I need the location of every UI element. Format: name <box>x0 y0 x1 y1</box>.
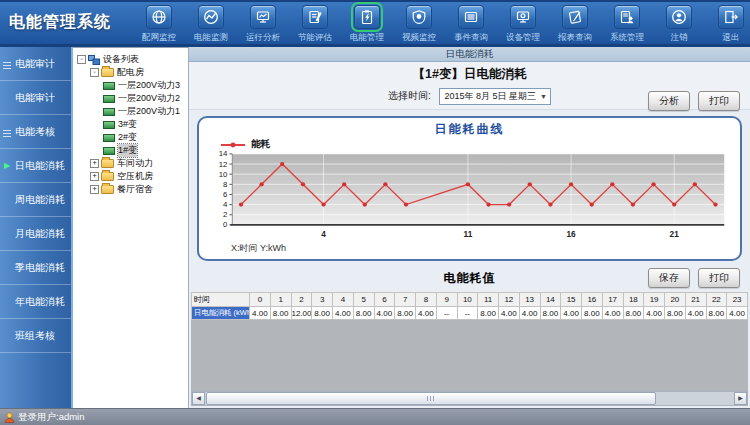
tree-row-7[interactable]: 1#变 <box>77 144 186 157</box>
scrollbar-track[interactable] <box>205 392 734 405</box>
col-header-hour: 18 <box>623 293 644 307</box>
table-print-button[interactable]: 打印 <box>698 268 740 288</box>
sidebar-item-label: 电能审计 <box>15 91 55 105</box>
sidebar-item-6[interactable]: 季电能消耗 <box>0 251 71 285</box>
toolbar-item-label: 电能监测 <box>194 32 228 44</box>
toolbar-item-run-analysis[interactable]: 运行分析 <box>237 4 289 44</box>
expand-icon[interactable]: + <box>90 185 99 194</box>
col-header-hour: 9 <box>436 293 457 307</box>
toolbar-item-system-mgmt[interactable]: 系统管理 <box>601 4 653 44</box>
sidebar-item-label: 季电能消耗 <box>15 261 65 275</box>
table-cell: -- <box>457 307 478 320</box>
tree-row-1[interactable]: -配电房 <box>77 66 186 79</box>
tree-item-label: 空压机房 <box>117 170 153 183</box>
selected-arrow-icon: ▶ <box>4 161 10 170</box>
menu-lines-icon <box>3 128 11 136</box>
energy-mgmt-icon <box>354 5 380 29</box>
col-header-hour: 22 <box>706 293 727 307</box>
table-cell: 4.00 <box>499 307 520 320</box>
sidebar-item-label: 月电能消耗 <box>15 227 65 241</box>
leaf-icon <box>103 82 115 90</box>
sidebar-item-0[interactable]: 电能审计 <box>0 47 71 81</box>
expand-icon[interactable]: + <box>90 172 99 181</box>
sidebar-item-3[interactable]: ▶日电能消耗 <box>0 149 71 183</box>
folder-icon <box>101 159 114 168</box>
scroll-left-arrow[interactable]: ◀ <box>192 392 205 405</box>
table-cell: 4.00 <box>644 307 665 320</box>
table-cell: -- <box>436 307 457 320</box>
tree-row-4[interactable]: 一层200V动力1 <box>77 105 186 118</box>
toolbar-item-report-query[interactable]: 报表查询 <box>549 4 601 44</box>
tree-row-9[interactable]: +空压机房 <box>77 170 186 183</box>
horizontal-scrollbar[interactable]: ◀ ▶ <box>191 391 748 406</box>
collapse-icon[interactable]: - <box>90 68 99 77</box>
left-sidebar: 电能审计电能审计电能考核▶日电能消耗周电能消耗月电能消耗季电能消耗年电能消耗班组… <box>0 47 73 408</box>
toolbar-item-video-monitor[interactable]: 视频监控 <box>393 4 445 44</box>
collapse-icon[interactable]: - <box>77 55 86 64</box>
tree-item-label: 2#变 <box>118 131 137 144</box>
tree-row-0[interactable]: -设备列表 <box>77 53 186 66</box>
toolbar-item-event-query[interactable]: 事件查询 <box>445 4 497 44</box>
leaf-icon <box>103 121 115 129</box>
table-cell: 8.00 <box>478 307 499 320</box>
tree-item-label: 设备列表 <box>103 53 139 66</box>
run-analysis-icon <box>250 5 276 29</box>
sidebar-item-7[interactable]: 年电能消耗 <box>0 285 71 319</box>
chart-legend: 能耗 <box>207 138 732 151</box>
toolbar-item-exit[interactable]: 退出 <box>705 4 750 44</box>
tree-row-6[interactable]: 2#变 <box>77 131 186 144</box>
table-cell: 4.00 <box>333 307 354 320</box>
tree-row-2[interactable]: 一层200V动力3 <box>77 79 186 92</box>
table-cell: 4.00 <box>519 307 540 320</box>
tree-row-3[interactable]: 一层200V动力2 <box>77 92 186 105</box>
tree-item-label: 3#变 <box>118 118 137 131</box>
toolbar-item-energy-eval[interactable]: 节能评估 <box>289 4 341 44</box>
table-cell: 4.00 <box>561 307 582 320</box>
toolbar-item-logout[interactable]: 注销 <box>653 4 705 44</box>
device-mgmt-icon <box>510 5 536 29</box>
toolbar-item-device-mgmt[interactable]: 设备管理 <box>497 4 549 44</box>
svg-text:4: 4 <box>321 230 326 239</box>
col-header-time: 时间 <box>192 293 250 307</box>
device-tree-panel: -设备列表-配电房一层200V动力3一层200V动力2一层200V动力13#变2… <box>73 47 189 408</box>
scrollbar-thumb[interactable] <box>206 392 656 405</box>
folder-icon <box>101 185 114 194</box>
table-cell: 4.00 <box>685 307 706 320</box>
save-button[interactable]: 保存 <box>648 268 690 288</box>
toolbar-item-label: 视频监控 <box>402 32 436 44</box>
sidebar-item-label: 年电能消耗 <box>15 295 65 309</box>
sidebar-item-5[interactable]: 月电能消耗 <box>0 217 71 251</box>
sidebar-item-8[interactable]: 班组考核 <box>0 319 71 353</box>
toolbar-item-grid-monitor[interactable]: 配网监控 <box>133 4 185 44</box>
tree-row-10[interactable]: +餐厅宿舍 <box>77 183 186 196</box>
col-header-hour: 5 <box>353 293 374 307</box>
col-header-hour: 19 <box>644 293 665 307</box>
svg-text:10: 10 <box>219 170 228 179</box>
tree-row-8[interactable]: +车间动力 <box>77 157 186 170</box>
leaf-icon <box>103 108 115 116</box>
col-header-hour: 8 <box>416 293 437 307</box>
tree-row-5[interactable]: 3#变 <box>77 118 186 131</box>
sidebar-item-4[interactable]: 周电能消耗 <box>0 183 71 217</box>
toolbar-item-label: 事件查询 <box>454 32 488 44</box>
col-header-hour: 20 <box>665 293 686 307</box>
status-user: 登录用户:admin <box>18 411 85 424</box>
col-header-hour: 3 <box>312 293 333 307</box>
svg-text:6: 6 <box>223 190 227 199</box>
analyze-button[interactable]: 分析 <box>648 91 690 111</box>
tree-item-label: 车间动力 <box>117 157 153 170</box>
date-dropdown[interactable]: 2015年 8月 5日 星期三 ▼ <box>439 88 551 105</box>
toolbar-item-energy-mgmt[interactable]: 电能管理 <box>341 4 393 44</box>
content-tab[interactable]: 日电能消耗 <box>189 47 750 62</box>
col-header-hour: 11 <box>478 293 499 307</box>
toolbar-item-label: 节能评估 <box>298 32 332 44</box>
leaf-icon <box>103 147 115 155</box>
toolbar-item-energy-monitor[interactable]: 电能监测 <box>185 4 237 44</box>
print-button[interactable]: 打印 <box>698 91 740 111</box>
svg-text:12: 12 <box>219 160 228 169</box>
scroll-right-arrow[interactable]: ▶ <box>734 392 747 405</box>
sidebar-item-1[interactable]: 电能审计 <box>0 81 71 115</box>
grid-monitor-icon <box>146 5 172 29</box>
sidebar-item-2[interactable]: 电能考核 <box>0 115 71 149</box>
expand-icon[interactable]: + <box>90 159 99 168</box>
